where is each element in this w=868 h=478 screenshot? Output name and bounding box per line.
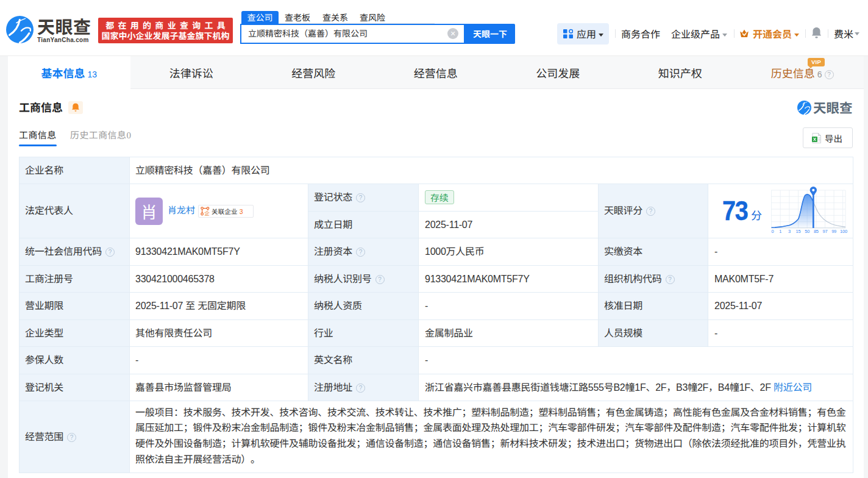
svg-text:99: 99 [831,229,836,234]
svg-text:97: 97 [823,229,828,234]
svg-text:企: 企 [204,209,210,216]
svg-text:50: 50 [805,229,809,234]
svg-text:1: 1 [779,229,781,234]
svg-text:85: 85 [814,229,819,234]
svg-text:100: 100 [840,229,847,234]
svg-text:0: 0 [772,229,774,234]
svg-text:3: 3 [788,229,791,234]
svg-text:15: 15 [796,229,801,234]
